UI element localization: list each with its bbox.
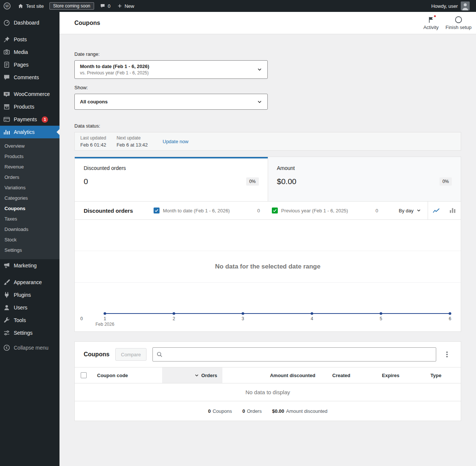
collapse-menu-button[interactable]: Collapse menu xyxy=(0,341,60,354)
sidebar-item-settings[interactable]: Settings xyxy=(0,327,60,339)
finish-setup-button[interactable]: Finish setup xyxy=(445,12,472,34)
payments-notification-badge: 1 xyxy=(42,116,48,123)
menu-separator xyxy=(0,29,60,33)
admin-bar: W Test site Store coming soon 0 New Howd… xyxy=(0,0,476,12)
comments-menu[interactable]: 0 xyxy=(96,0,114,12)
table-card-header: Coupons Compare xyxy=(75,342,461,367)
interval-select[interactable]: By day xyxy=(393,202,428,219)
date-range-secondary: vs. Previous year (Feb 1 - 6, 2025) xyxy=(80,70,251,75)
search-icon xyxy=(156,351,163,358)
submenu-item-settings[interactable]: Settings xyxy=(0,245,60,256)
submenu-item-products[interactable]: Products xyxy=(0,151,60,162)
bar-chart-toggle-button[interactable] xyxy=(444,202,461,219)
tile-label: Discounted orders xyxy=(84,165,259,171)
summary-label: Amount discounted xyxy=(286,408,327,414)
submenu-item-revenue[interactable]: Revenue xyxy=(0,162,60,172)
sidebar-item-pages[interactable]: Pages xyxy=(0,58,60,71)
submenu-item-overview[interactable]: Overview xyxy=(0,141,60,151)
summary-tile-discounted-orders[interactable]: Discounted orders 0 0% xyxy=(75,157,268,201)
show-filter-select[interactable]: All coupons xyxy=(74,94,268,110)
sidebar-item-label: Payments xyxy=(14,116,37,122)
line-chart-toggle-button[interactable] xyxy=(428,202,444,219)
summary-value: $0.00 xyxy=(272,408,284,414)
next-update-label: Next update xyxy=(116,135,148,141)
new-content-menu[interactable]: New xyxy=(114,0,138,12)
legend-count: 0 xyxy=(376,208,378,213)
column-header-coupon-code[interactable]: Coupon code xyxy=(90,367,162,383)
sidebar-item-appearance[interactable]: Appearance xyxy=(0,276,60,289)
howdy-text: Howdy, user xyxy=(431,3,458,9)
sidebar-item-products[interactable]: Products xyxy=(0,100,60,113)
page-header: Coupons Activity Finish setup xyxy=(60,12,476,34)
column-header-orders-sorted[interactable]: Orders xyxy=(162,367,222,383)
my-account-menu[interactable]: Howdy, user xyxy=(428,0,476,12)
submenu-item-variations[interactable]: Variations xyxy=(0,183,60,193)
table-search xyxy=(152,347,436,361)
sidebar-item-label: Posts xyxy=(14,36,27,42)
avatar xyxy=(461,1,470,10)
main-area: Coupons Activity Finish setup Date range… xyxy=(60,12,476,466)
sort-chevron-down-icon xyxy=(194,372,200,378)
camera-icon xyxy=(3,48,10,56)
x-tick: 2 xyxy=(173,316,175,321)
sliders-icon xyxy=(3,329,10,337)
bar-chart-icon xyxy=(3,128,10,136)
document-icon xyxy=(3,61,10,68)
submenu-item-stock[interactable]: Stock xyxy=(0,235,60,245)
sidebar-item-woocommerce[interactable]: W WooCommerce xyxy=(0,88,60,100)
report-content: Date range: Month to date (Feb 1 - 6, 20… xyxy=(60,34,476,421)
site-name-menu[interactable]: Test site xyxy=(14,0,47,12)
update-now-link[interactable]: Update now xyxy=(163,139,188,144)
compare-button[interactable]: Compare xyxy=(115,348,146,361)
chevron-down-icon xyxy=(256,66,263,73)
sidebar-item-payments[interactable]: Payments 1 xyxy=(0,113,60,126)
sidebar-item-users[interactable]: Users xyxy=(0,301,60,314)
sidebar-item-marketing[interactable]: Marketing xyxy=(0,259,60,272)
submenu-item-downloads[interactable]: Downloads xyxy=(0,224,60,235)
plus-icon xyxy=(117,3,122,9)
new-label: New xyxy=(125,3,134,9)
wordpress-logo-menu[interactable]: W xyxy=(0,0,14,12)
x-tick: 1 xyxy=(104,316,106,321)
home-icon xyxy=(17,3,24,9)
woocommerce-icon: W xyxy=(3,90,10,98)
submenu-item-orders[interactable]: Orders xyxy=(0,172,60,183)
summary-orders: 0 Orders xyxy=(242,408,262,414)
svg-text:W: W xyxy=(5,4,9,8)
summary-amount-discounted: $0.00 Amount discounted xyxy=(272,408,328,414)
legend-item-previous-period[interactable]: Previous year (Feb 1 - 6, 2025) 0 xyxy=(266,202,384,219)
column-header-amount-discounted[interactable]: Amount discounted xyxy=(222,367,321,383)
summary-tile-amount[interactable]: Amount $0.00 0% xyxy=(268,157,461,201)
sidebar-item-media[interactable]: Media xyxy=(0,46,60,58)
table-menu-button[interactable] xyxy=(442,351,452,358)
legend-item-current-period[interactable]: Month to date (Feb 1 - 6, 2026) 0 xyxy=(148,202,266,219)
column-header-type[interactable]: Type xyxy=(405,367,461,383)
select-all-checkbox[interactable] xyxy=(81,372,87,378)
select-all-cell xyxy=(75,367,90,383)
sidebar-item-label: Dashboard xyxy=(14,20,39,26)
interval-value: By day xyxy=(399,208,414,213)
x-tick: 3 xyxy=(242,316,244,321)
sidebar-item-tools[interactable]: Tools xyxy=(0,314,60,327)
sidebar-item-comments[interactable]: Comments xyxy=(0,71,60,84)
submenu-item-taxes[interactable]: Taxes xyxy=(0,214,60,224)
submenu-item-categories[interactable]: Categories xyxy=(0,193,60,203)
notification-dot xyxy=(433,15,437,18)
analytics-submenu: Overview Products Revenue Orders Variati… xyxy=(0,138,60,259)
column-header-expires[interactable]: Expires xyxy=(356,367,405,383)
legend-count: 0 xyxy=(257,208,260,213)
submenu-item-coupons[interactable]: Coupons xyxy=(0,203,60,214)
sidebar-item-label: Tools xyxy=(14,317,26,323)
activity-button[interactable]: Activity xyxy=(417,12,445,34)
sidebar-item-posts[interactable]: Posts xyxy=(0,33,60,46)
chart-empty-message: No data for the selected date range xyxy=(75,263,461,270)
column-header-created[interactable]: Created xyxy=(321,367,356,383)
sidebar-item-analytics[interactable]: Analytics xyxy=(0,126,60,138)
sidebar-item-plugins[interactable]: Plugins xyxy=(0,289,60,301)
show-filter-label: Show: xyxy=(74,85,461,90)
summary-value: 0 xyxy=(242,408,245,414)
x-tick: 6 xyxy=(449,316,451,321)
search-input[interactable] xyxy=(152,347,436,361)
date-range-select[interactable]: Month to date (Feb 1 - 6, 2026) vs. Prev… xyxy=(74,60,268,79)
sidebar-item-dashboard[interactable]: Dashboard xyxy=(0,16,60,29)
